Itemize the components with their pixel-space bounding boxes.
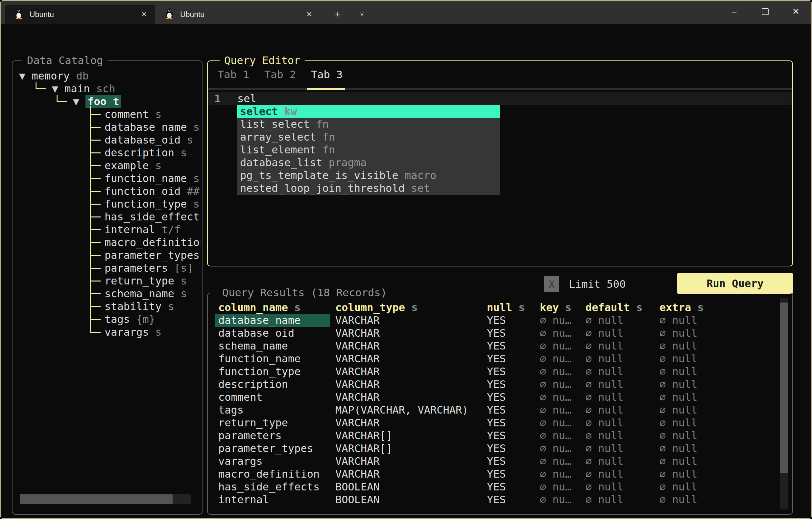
tab-dropdown-button[interactable]: ˅ — [354, 6, 370, 22]
tree-node-column[interactable]: schema_name s — [12, 287, 201, 300]
table-row[interactable]: varargsVARCHARYES∅ nu…∅ null∅ null — [208, 455, 792, 468]
table-row[interactable]: schema_nameVARCHARYES∅ nu…∅ null∅ null — [208, 340, 792, 353]
results-column-header[interactable]: column_name s — [218, 301, 330, 314]
table-row[interactable]: database_oidVARCHARYES∅ nu…∅ null∅ null — [208, 327, 792, 340]
terminal-tab-1[interactable]: Ubuntu ✕ — [5, 5, 155, 24]
table-cell: VARCHAR — [335, 314, 483, 327]
footer-shortcut: f8 History — [125, 518, 189, 519]
autocomplete-item[interactable]: pg_ts_template_is_visible macro — [237, 169, 500, 182]
new-tab-button[interactable]: + — [330, 6, 345, 22]
tree-node-column[interactable]: example s — [12, 159, 201, 172]
table-cell: database_name — [215, 314, 330, 327]
table-cell: ∅ nu… — [540, 481, 583, 493]
shortcut-label: Quit — [23, 518, 55, 519]
tree-node-column[interactable]: parameters [s] — [12, 262, 201, 275]
table-row[interactable]: tagsMAP(VARCHAR, VARCHAR)YES∅ nu…∅ null∅… — [208, 404, 792, 417]
tree-node-column[interactable]: function_oid ## — [12, 185, 201, 198]
tree-node-column[interactable]: internal t/f — [12, 223, 201, 236]
expander-triangle-icon[interactable]: ▼ — [52, 83, 58, 95]
table-cell: ∅ nu… — [540, 404, 583, 417]
tab-close-icon[interactable]: ✕ — [141, 10, 147, 19]
results-column-header[interactable]: key s — [540, 301, 583, 314]
table-row[interactable]: descriptionVARCHARYES∅ nu…∅ null∅ null — [208, 378, 792, 391]
expander-triangle-icon[interactable]: ▼ — [73, 95, 79, 108]
table-row[interactable]: return_typeVARCHARYES∅ nu…∅ null∅ null — [208, 417, 792, 429]
limit-label[interactable]: Limit 500 — [569, 278, 626, 291]
tree-node-column[interactable]: tags {m} — [12, 313, 201, 326]
expander-triangle-icon[interactable]: ▼ — [19, 70, 25, 82]
tree-node-table-selected[interactable]: └─ ▼ foo t — [12, 95, 201, 108]
editor-tab-1[interactable]: Tab 1 — [218, 68, 249, 81]
active-tab-indicator — [307, 88, 345, 90]
table-row[interactable]: parametersVARCHAR[]YES∅ nu…∅ null∅ null — [208, 429, 792, 442]
table-row[interactable]: commentVARCHARYES∅ nu…∅ null∅ null — [208, 391, 792, 404]
tree-node-column[interactable]: return_type s — [12, 275, 201, 287]
minimize-button[interactable]: – — [719, 1, 750, 22]
autocomplete-item[interactable]: list_element fn — [237, 144, 500, 156]
table-cell: ∅ null — [660, 455, 758, 468]
results-column-header[interactable]: null s — [487, 301, 536, 314]
tree-node-column[interactable]: function_name s — [12, 172, 201, 185]
table-cell: ∅ null — [660, 481, 758, 493]
autocomplete-item[interactable]: list_select fn — [237, 118, 500, 131]
table-row[interactable]: function_typeVARCHARYES∅ nu…∅ null∅ null — [208, 365, 792, 378]
table-cell: ∅ null — [585, 391, 656, 404]
table-cell: ∅ null — [660, 340, 758, 353]
query-editor-title: Query Editor — [220, 54, 305, 67]
linux-penguin-icon — [14, 7, 24, 21]
footer-shortcut: f4 Format Query — [329, 518, 424, 519]
tree-node-column[interactable]: description s — [12, 147, 201, 159]
autocomplete-item[interactable]: nested_loop_join_threshold set — [237, 182, 500, 195]
editor-tab-3[interactable]: Tab 3 — [311, 68, 343, 81]
tree-node-schema[interactable]: └─ ▼ main sch — [12, 83, 201, 95]
tree-node-database[interactable]: ▼ memory db — [12, 70, 201, 83]
tree-node-column[interactable]: parameter_types [ — [12, 249, 201, 262]
table-row[interactable]: database_nameVARCHARYES∅ nu…∅ null∅ null — [208, 314, 792, 327]
table-cell: has_side_effects — [218, 481, 330, 493]
terminal-tab-2[interactable]: Ubuntu ✕ — [156, 5, 320, 24]
editor-current-line[interactable]: 1 sel — [208, 92, 792, 105]
results-vertical-scrollbar[interactable] — [780, 298, 788, 510]
tree-node-column[interactable]: function_type s — [12, 198, 201, 211]
table-cell: ∅ null — [660, 314, 758, 327]
table-cell: ∅ null — [660, 353, 758, 365]
tree-node-column[interactable]: varargs s — [12, 326, 201, 339]
tree-node-column[interactable]: comment s — [12, 108, 201, 121]
results-column-header[interactable]: column_type s — [335, 301, 483, 314]
autocomplete-item[interactable]: array_select fn — [237, 131, 500, 144]
table-cell: YES — [487, 481, 536, 493]
table-cell: database_oid — [218, 327, 330, 340]
tree-node-column[interactable]: database_name s — [12, 121, 201, 134]
results-column-header[interactable]: default s — [585, 301, 656, 314]
limit-checkbox[interactable]: X — [544, 276, 559, 292]
tree-node-column[interactable]: database_oid s — [12, 134, 201, 147]
table-row[interactable]: has_side_effectsBOOLEANYES∅ nu…∅ null∅ n… — [208, 481, 792, 493]
run-query-button[interactable]: Run Query — [677, 273, 793, 294]
table-cell: macro_definition — [218, 468, 330, 481]
code-text[interactable]: sel — [237, 92, 256, 105]
autocomplete-item[interactable]: select kw — [237, 105, 500, 118]
scrollbar-thumb[interactable] — [780, 303, 788, 474]
table-cell: ∅ null — [660, 378, 758, 391]
footer-shortcut: ^f Find — [628, 518, 673, 519]
tree-node-column[interactable]: macro_definition — [12, 236, 201, 249]
results-column-header[interactable]: extra s — [660, 301, 758, 314]
tab-close-icon[interactable]: ✕ — [307, 10, 312, 19]
tree-node-column[interactable]: has_side_effects — [12, 211, 201, 223]
table-cell: ∅ nu… — [540, 468, 583, 481]
table-row[interactable]: internalBOOLEANYES∅ nu…∅ null∅ null — [208, 493, 792, 506]
editor-tab-underline — [208, 88, 792, 90]
autocomplete-item[interactable]: database_list pragma — [237, 156, 500, 169]
tree-node-column[interactable]: stability s — [12, 300, 201, 313]
table-row[interactable]: macro_definitionVARCHARYES∅ nu…∅ null∅ n… — [208, 468, 792, 481]
catalog-horizontal-scrollbar[interactable] — [20, 494, 191, 504]
scrollbar-thumb[interactable] — [20, 494, 173, 504]
table-row[interactable]: parameter_typesVARCHAR[]YES∅ nu…∅ null∅ … — [208, 442, 792, 455]
table-row[interactable]: function_nameVARCHARYES∅ nu…∅ null∅ null — [208, 353, 792, 365]
tab-title: Ubuntu — [30, 10, 54, 19]
table-cell: ∅ null — [585, 429, 656, 442]
editor-tab-2[interactable]: Tab 2 — [264, 68, 296, 81]
table-cell: ∅ null — [585, 468, 656, 481]
close-button[interactable]: ✕ — [780, 1, 811, 22]
maximize-button[interactable] — [750, 1, 780, 22]
